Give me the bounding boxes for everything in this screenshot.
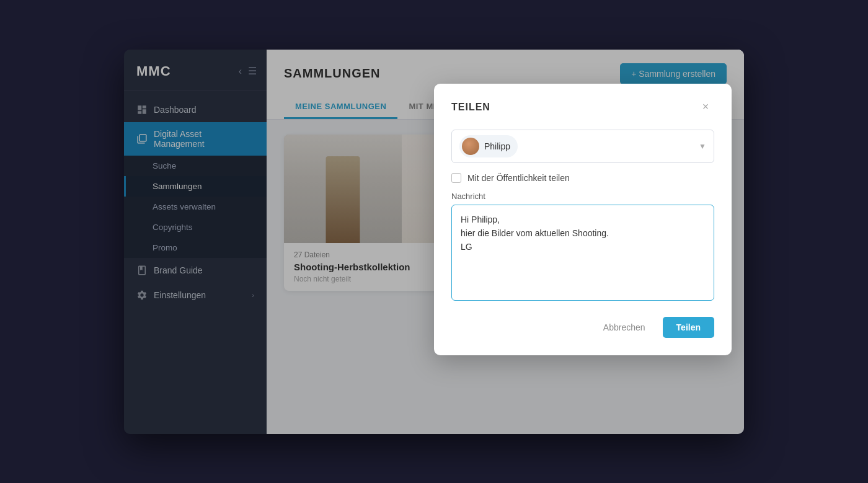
recipient-field[interactable]: Philipp ▼ — [451, 130, 714, 163]
message-label: Nachricht — [451, 192, 714, 201]
modal-overlay[interactable]: TEILEN × Philipp ▼ Mit der Öffentlichkei… — [124, 50, 744, 434]
recipient-dropdown-icon[interactable]: ▼ — [699, 142, 706, 151]
recipient-chip: Philipp — [459, 135, 518, 157]
share-modal: TEILEN × Philipp ▼ Mit der Öffentlichkei… — [434, 84, 732, 355]
modal-close-button[interactable]: × — [697, 99, 714, 116]
public-share-label: Mit der Öffentlichkeit teilen — [467, 173, 570, 183]
public-share-checkbox[interactable] — [451, 173, 461, 183]
recipient-avatar — [462, 138, 479, 155]
cancel-button[interactable]: Abbrechen — [593, 317, 655, 337]
share-submit-button[interactable]: Teilen — [663, 317, 714, 338]
recipient-name: Philipp — [484, 141, 510, 151]
modal-footer: Abbrechen Teilen — [451, 317, 714, 338]
public-share-row: Mit der Öffentlichkeit teilen — [451, 173, 714, 183]
message-textarea[interactable]: Hi Philipp, hier die Bilder vom aktuelle… — [451, 205, 714, 301]
avatar-image — [462, 138, 479, 155]
app-wrapper: MMC ‹ ☰ Dashboard — [124, 50, 744, 434]
modal-title: TEILEN — [451, 102, 490, 113]
modal-header: TEILEN × — [451, 99, 714, 116]
